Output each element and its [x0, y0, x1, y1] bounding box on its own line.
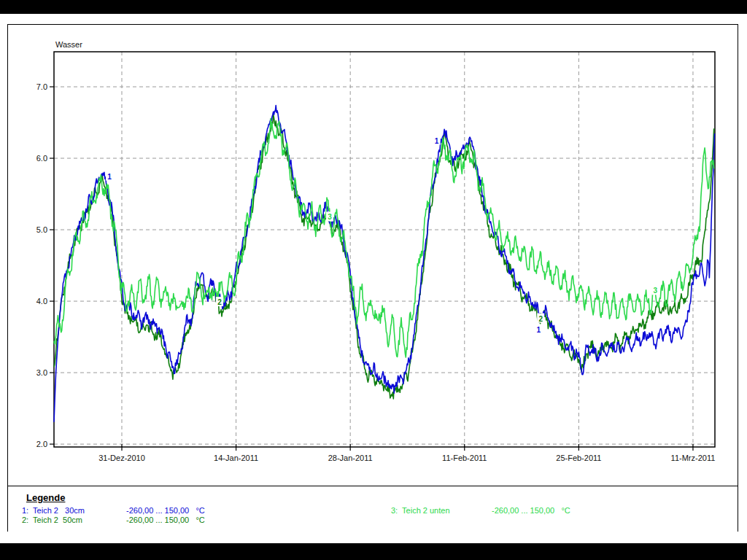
y-tick-label: 4.0	[36, 297, 47, 306]
x-tick-label: 25-Feb-2011	[556, 454, 601, 462]
curve-label-2: 2	[217, 298, 222, 306]
top-black-bar	[0, 0, 747, 14]
legend-entry-1-range: -260,00 ... 150,00 °C	[126, 506, 205, 515]
x-tick-label: 11-Feb-2011	[442, 454, 487, 462]
app-screen: Wasser 2.03.04.05.06.07.031-Dez-201014-J…	[0, 0, 747, 560]
plot-area: Wasser 2.03.04.05.06.07.031-Dez-201014-J…	[8, 25, 738, 486]
legend-entry-3-range: -260,00 ... 150,00 °C	[492, 506, 570, 515]
series-line-1	[54, 106, 715, 422]
bottom-black-bar	[0, 543, 747, 560]
x-tick-label: 14-Jan-2011	[214, 454, 258, 462]
legend-entry-2-label: 2: Teich 2 50cm	[22, 516, 82, 524]
legend-entry-3-label: 3: Teich 2 unten	[391, 506, 450, 515]
legend-entry-1-label: 1: Teich 2 30cm	[22, 506, 85, 515]
curve-label-1: 1	[435, 137, 439, 145]
legend-entry-2-range: -260,00 ... 150,00 °C	[126, 516, 205, 524]
x-tick-label: 28-Jan-2011	[328, 454, 373, 462]
curve-label-3: 3	[328, 213, 332, 221]
y-tick-label: 2.0	[36, 440, 47, 448]
y-tick-label: 5.0	[36, 225, 47, 234]
y-tick-label: 3.0	[36, 368, 47, 377]
legend-panel: Legende 1: Teich 2 30cm -260,00 ... 150,…	[8, 486, 738, 532]
legend-title: Legende	[26, 492, 65, 503]
report-page: Wasser 2.03.04.05.06.07.031-Dez-201014-J…	[0, 14, 747, 543]
curve-label-1: 1	[537, 326, 541, 334]
temperature-line-chart: 2.03.04.05.06.07.031-Dez-201014-Jan-2011…	[8, 25, 738, 486]
chart-container: Wasser 2.03.04.05.06.07.031-Dez-201014-J…	[7, 24, 738, 532]
chart-title: Wasser	[55, 40, 82, 49]
y-tick-label: 7.0	[36, 82, 47, 91]
series-line-2	[54, 114, 714, 399]
curve-label-1: 1	[107, 173, 112, 181]
x-tick-label: 11-Mrz-2011	[671, 454, 716, 462]
curve-label-3: 3	[654, 287, 658, 295]
curve-label-2: 2	[538, 315, 543, 323]
x-tick-label: 31-Dez-2010	[98, 454, 145, 462]
y-tick-label: 6.0	[36, 154, 47, 163]
